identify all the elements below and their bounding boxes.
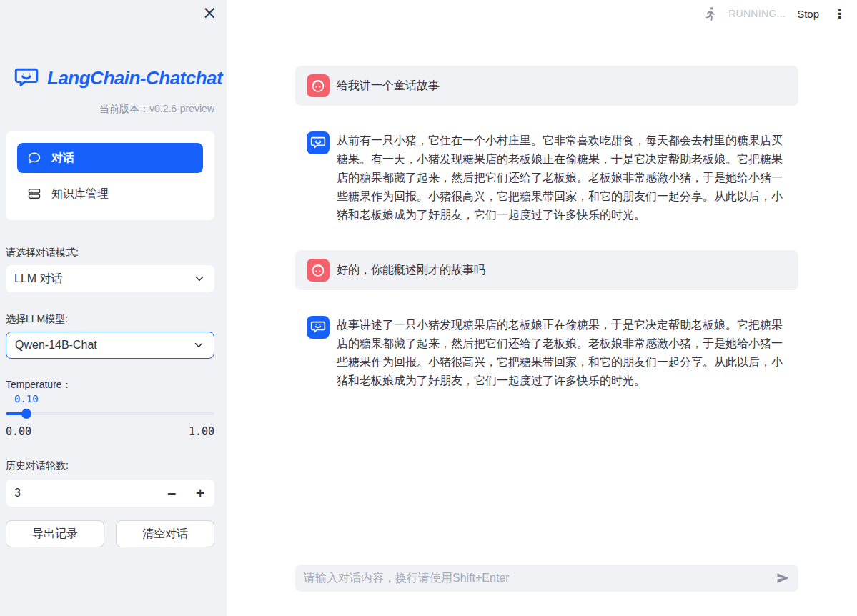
- message-text: 好的，你能概述刚才的故事吗: [337, 259, 485, 282]
- nav-menu: 对话 知识库管理: [6, 131, 214, 220]
- user-message: 好的，你能概述刚才的故事吗: [295, 250, 798, 290]
- slider-max: 1.00: [189, 425, 214, 438]
- user-avatar: [307, 74, 330, 97]
- slider-thumb[interactable]: [21, 409, 31, 419]
- face-icon: [309, 262, 327, 279]
- app-title: LangChain-Chatchat: [47, 67, 222, 89]
- history-rounds-stepper: 3 − +: [6, 480, 214, 507]
- chevron-down-icon: [193, 272, 206, 285]
- stop-button[interactable]: Stop: [797, 8, 819, 20]
- slider-min: 0.00: [6, 425, 31, 438]
- face-icon: [309, 77, 327, 94]
- send-icon[interactable]: [776, 571, 790, 585]
- chat-input-bar: [295, 565, 798, 592]
- user-message: 给我讲一个童话故事: [295, 66, 798, 106]
- message-text: 给我讲一个童话故事: [337, 74, 440, 97]
- chatbot-logo-icon: [11, 64, 41, 91]
- chatbot-icon: [309, 134, 327, 151]
- decrement-button[interactable]: −: [157, 480, 186, 507]
- dialog-mode-value: LLM 对话: [14, 272, 63, 287]
- main-menu-icon[interactable]: ⋮: [831, 8, 848, 20]
- main-area: RUNNING... Stop ⋮ 给我讲一个童话故事: [227, 0, 857, 616]
- temperature-value: 0.10: [14, 393, 227, 404]
- history-rounds-label: 历史对话轮数:: [6, 459, 214, 472]
- slider-range: 0.00 1.00: [6, 425, 214, 438]
- running-man-icon: [701, 6, 717, 21]
- clear-dialog-button[interactable]: 清空对话: [116, 520, 214, 547]
- dialog-mode-select[interactable]: LLM 对话: [6, 265, 214, 292]
- sidebar-item-knowledge-base[interactable]: 知识库管理: [17, 179, 203, 209]
- sidebar: × LangChain-Chatchat 当前版本：v0.2.6-preview…: [0, 0, 227, 616]
- sidebar-item-label: 对话: [51, 151, 74, 166]
- status-bar: RUNNING... Stop ⋮: [701, 4, 848, 23]
- close-sidebar-icon[interactable]: ×: [202, 3, 217, 23]
- temperature-slider[interactable]: [6, 409, 214, 419]
- chatbot-icon: [309, 319, 327, 336]
- llm-model-select[interactable]: Qwen-14B-Chat: [6, 332, 214, 359]
- version-value: v0.2.6-preview: [149, 103, 214, 114]
- export-history-button[interactable]: 导出记录: [6, 520, 104, 547]
- assistant-message: 从前有一只小猪，它住在一个小村庄里。它非常喜欢吃甜食，每天都会去村里的糖果店买糖…: [295, 131, 798, 224]
- sidebar-item-dialogue[interactable]: 对话: [17, 143, 203, 173]
- llm-model-label: 选择LLM模型:: [6, 313, 214, 326]
- dialog-mode-label: 请选择对话模式:: [6, 247, 214, 259]
- chat-bubble-icon: [27, 151, 41, 165]
- slider-track[interactable]: [6, 412, 214, 415]
- message-text: 故事讲述了一只小猪发现糖果店的老板娘正在偷糖果，于是它决定帮助老板娘。它把糖果店…: [337, 316, 787, 390]
- app-logo: LangChain-Chatchat: [11, 64, 227, 91]
- llm-model-value: Qwen-14B-Chat: [15, 339, 97, 352]
- user-avatar: [307, 259, 330, 282]
- sidebar-item-label: 知识库管理: [51, 187, 109, 202]
- assistant-avatar: [307, 316, 330, 339]
- version-label: 当前版本：: [99, 103, 149, 114]
- temperature-label: Temperature：: [6, 379, 214, 392]
- chevron-down-icon: [192, 339, 205, 352]
- assistant-message: 故事讲述了一只小猪发现糖果店的老板娘正在偷糖果，于是它决定帮助老板娘。它把糖果店…: [295, 316, 798, 390]
- assistant-avatar: [307, 131, 330, 154]
- sidebar-actions: 导出记录 清空对话: [6, 520, 214, 547]
- message-text: 从前有一只小猪，它住在一个小村庄里。它非常喜欢吃甜食，每天都会去村里的糖果店买糖…: [337, 131, 787, 224]
- chat-history: 给我讲一个童话故事 从前有一只小猪，它住在一个小村庄里。它非常喜欢吃甜食，每天都…: [295, 66, 798, 416]
- version-info: 当前版本：v0.2.6-preview: [0, 103, 214, 116]
- database-icon: [27, 187, 41, 201]
- running-status-text: RUNNING...: [728, 8, 786, 19]
- history-rounds-value[interactable]: 3: [14, 487, 157, 500]
- chat-input[interactable]: [304, 572, 776, 585]
- increment-button[interactable]: +: [186, 480, 214, 507]
